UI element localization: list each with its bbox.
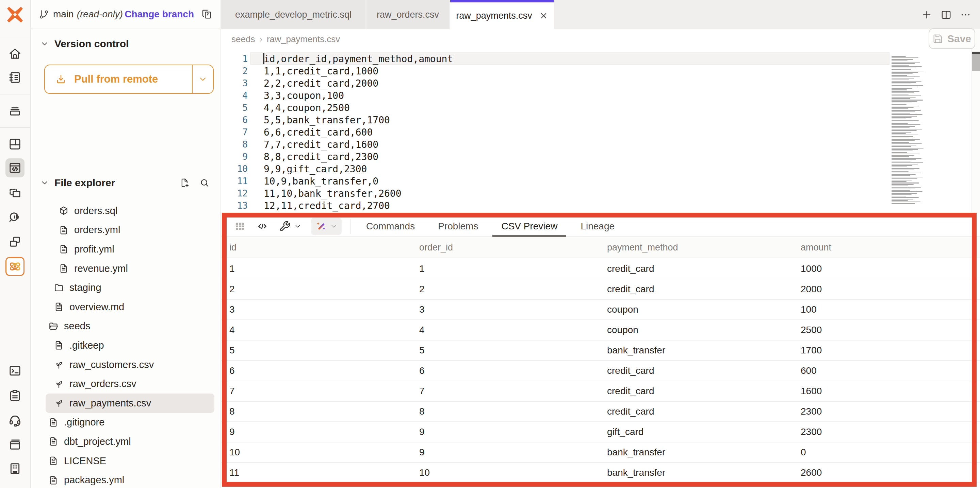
- pull-from-remote-button[interactable]: Pull from remote: [44, 65, 214, 94]
- line-text: 9,9,gift_card,2300: [264, 163, 367, 175]
- code-line[interactable]: 21,1,credit_card,1000: [221, 65, 888, 77]
- code-line[interactable]: 76,6,credit_card,600: [221, 126, 888, 138]
- table-cell: 1600: [792, 386, 980, 396]
- code-line[interactable]: 65,5,bank_transfer,1700: [221, 114, 888, 126]
- table-cell: 1700: [792, 345, 980, 356]
- file-item-raw-customers-csv[interactable]: raw_customers.csv: [46, 355, 215, 374]
- file-item-staging[interactable]: staging: [46, 278, 215, 297]
- code-line[interactable]: 32,2,credit_card,2000: [221, 77, 888, 89]
- code-line[interactable]: 1211,10,bank_transfer,2600: [221, 187, 888, 200]
- browser-window-icon[interactable]: [5, 435, 24, 454]
- file-name: orders.yml: [74, 224, 120, 236]
- file-item-raw-orders-csv[interactable]: raw_orders.csv: [46, 374, 215, 393]
- editor-tab-example-develop-metric-sql[interactable]: example_develop_metric.sql: [221, 0, 366, 29]
- code-lines[interactable]: 1id,order_id,payment_method,amount21,1,c…: [221, 53, 888, 212]
- search-icon[interactable]: [199, 178, 210, 188]
- file-item-packages-yml[interactable]: packages.yml: [46, 471, 215, 488]
- selection-frame-icon[interactable]: [5, 184, 24, 203]
- code-editor[interactable]: seeds › raw_payments.csv Save 1id,order_…: [221, 29, 980, 213]
- more-options-icon[interactable]: [960, 9, 971, 21]
- line-text: 8,8,credit_card,2300: [264, 151, 379, 162]
- scrollbar-thumb[interactable]: [972, 52, 980, 71]
- table-row[interactable]: 66credit_card600: [221, 361, 980, 381]
- code-line[interactable]: 87,7,credit_card,1600: [221, 138, 888, 151]
- version-control-header[interactable]: Version control: [30, 36, 220, 51]
- audit-search-icon[interactable]: [5, 208, 24, 227]
- code-line[interactable]: 1id,order_id,payment_method,amount: [221, 53, 888, 65]
- file-item-dbt-project-yml[interactable]: dbt_project.yml: [46, 432, 215, 451]
- code-line[interactable]: 98,8,credit_card,2300: [221, 151, 888, 163]
- chevron-down-icon[interactable]: [294, 223, 301, 230]
- table-row[interactable]: 33coupon100: [221, 300, 980, 320]
- table-row[interactable]: 88credit_card2300: [221, 402, 980, 422]
- file-item-gitkeep[interactable]: .gitkeep: [46, 336, 215, 355]
- dashboard-icon[interactable]: [5, 135, 24, 154]
- panel-tab-problems[interactable]: Problems: [438, 217, 478, 236]
- split-editor-icon[interactable]: [940, 9, 952, 21]
- copilot-atom-icon[interactable]: [5, 257, 24, 276]
- clipboard-icon[interactable]: [5, 386, 24, 405]
- organization-building-icon[interactable]: [5, 459, 24, 478]
- editor-tab-raw-orders-csv[interactable]: raw_orders.csv: [366, 0, 450, 29]
- minimap-line: [891, 156, 909, 157]
- file-item-license[interactable]: LICENSE: [46, 451, 215, 471]
- file-item-profit-yml[interactable]: profit.yml: [46, 239, 215, 259]
- file-item-raw-payments-csv[interactable]: raw_payments.csv: [46, 393, 215, 413]
- minimap[interactable]: [891, 56, 930, 206]
- table-row[interactable]: 22credit_card2000: [221, 279, 980, 300]
- file-item-gitignore[interactable]: .gitignore: [46, 413, 215, 432]
- table-row[interactable]: 44coupon2500: [221, 320, 980, 341]
- file-item-overview-md[interactable]: overview.md: [46, 297, 215, 317]
- code-line[interactable]: 1312,11,credit_card,2700: [221, 200, 888, 212]
- close-tab-icon[interactable]: [539, 11, 548, 21]
- terminal-icon[interactable]: [5, 361, 24, 380]
- breadcrumb-file[interactable]: raw_payments.csv: [267, 34, 340, 44]
- code-editor-icon[interactable]: [5, 158, 24, 177]
- dbt-logo-icon[interactable]: [6, 5, 24, 24]
- code-line[interactable]: 109,9,gift_card,2300: [221, 163, 888, 175]
- change-branch-link[interactable]: Change branch: [124, 9, 194, 20]
- table-row[interactable]: 77credit_card1600: [221, 381, 980, 402]
- file-item-seeds[interactable]: seeds: [46, 317, 215, 336]
- notebook-icon[interactable]: [5, 68, 24, 87]
- table-row[interactable]: 55bank_transfer1700: [221, 341, 980, 361]
- panel-tab-csv-preview[interactable]: CSV Preview: [501, 217, 557, 236]
- new-file-icon[interactable]: [180, 178, 190, 188]
- line-text: 4,4,coupon,2500: [264, 102, 350, 114]
- save-button[interactable]: Save: [929, 28, 975, 49]
- file-explorer-header[interactable]: File explorer: [30, 174, 221, 192]
- file-item-orders-sql[interactable]: orders.sql: [46, 201, 215, 220]
- minimap-line: [891, 69, 911, 70]
- code-view-icon[interactable]: [256, 220, 268, 232]
- minimap-line: [891, 57, 918, 58]
- new-tab-plus-icon[interactable]: [921, 9, 932, 21]
- code-line[interactable]: 1110,9,bank_transfer,0: [221, 175, 888, 187]
- panel-tab-commands[interactable]: Commands: [366, 217, 415, 236]
- copy-icon[interactable]: [202, 9, 212, 20]
- rail-divider: [0, 127, 30, 128]
- home-icon[interactable]: [5, 44, 24, 63]
- headset-icon[interactable]: [5, 410, 24, 429]
- table-row[interactable]: 11credit_card1000: [221, 259, 980, 279]
- inbox-tray-icon[interactable]: [5, 101, 24, 120]
- file-item-revenue-yml[interactable]: revenue.yml: [46, 259, 215, 278]
- pull-from-remote-main[interactable]: Pull from remote: [45, 65, 192, 93]
- pull-options-dropdown[interactable]: [192, 65, 213, 93]
- table-row[interactable]: 99gift_card2300: [221, 422, 980, 442]
- table-row[interactable]: 109bank_transfer0: [221, 442, 980, 463]
- format-table-icon[interactable]: [234, 220, 246, 232]
- table-cell: 2500: [792, 325, 980, 336]
- file-item-orders-yml[interactable]: orders.yml: [46, 220, 215, 240]
- code-line[interactable]: 54,4,coupon,2500: [221, 101, 888, 114]
- table-cell: 4: [411, 325, 599, 336]
- panel-tab-lineage[interactable]: Lineage: [581, 217, 614, 236]
- editor-tab-raw-payments-csv[interactable]: raw_payments.csv: [450, 0, 554, 29]
- table-cell: 9: [221, 426, 411, 437]
- windows-icon[interactable]: [5, 232, 24, 251]
- breadcrumb-folder[interactable]: seeds: [231, 34, 255, 44]
- copilot-magic-button[interactable]: [311, 217, 342, 235]
- table-row[interactable]: 1110bank_transfer2600: [221, 463, 980, 483]
- editor-scrollbar[interactable]: [971, 29, 980, 213]
- build-wrench-icon[interactable]: [279, 220, 291, 232]
- code-line[interactable]: 43,3,coupon,100: [221, 89, 888, 101]
